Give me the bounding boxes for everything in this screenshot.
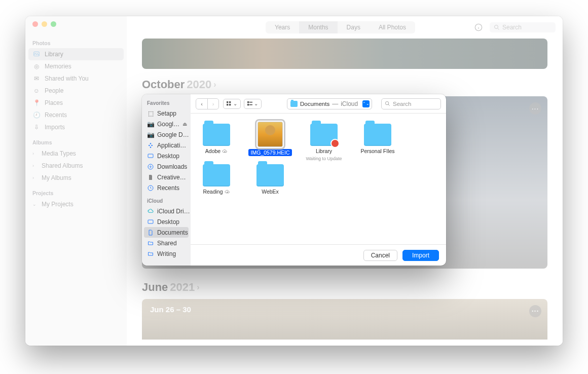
sidebar-item-shared-albums[interactable]: › Shared Albums xyxy=(25,160,127,172)
info-icon[interactable] xyxy=(472,21,485,33)
folder-library[interactable]: Library Waiting to Update xyxy=(303,121,345,161)
month-card[interactable]: Jun 26 – 30 ··· xyxy=(142,299,547,340)
folder-icon xyxy=(147,240,154,247)
finder-section-header: iCloud xyxy=(142,196,191,206)
desktop-icon xyxy=(147,153,154,160)
sidebar-item-my-albums[interactable]: › My Albums xyxy=(25,172,127,184)
svg-rect-14 xyxy=(249,104,252,105)
imports-icon: ⇩ xyxy=(32,123,41,131)
month-year: 2020 xyxy=(187,78,211,91)
finder-item-shared[interactable]: Shared xyxy=(142,238,191,248)
search-icon xyxy=(385,101,390,106)
chevron-right-icon: › xyxy=(32,163,38,168)
finder-search[interactable]: Search xyxy=(381,98,441,109)
minimize-window-button[interactable] xyxy=(42,21,47,27)
apps-icon xyxy=(147,142,154,149)
month-name: October xyxy=(142,78,185,91)
path-dropdown-icon: ⌃⌄ xyxy=(362,100,370,107)
back-button[interactable]: ‹ xyxy=(196,99,207,109)
group-view-button[interactable]: ⌄ xyxy=(244,99,262,109)
sidebar-item-label: Shared Albums xyxy=(42,162,83,169)
finder-item-creative[interactable]: Creative… xyxy=(142,172,191,182)
folder-webex[interactable]: WebEx xyxy=(249,161,291,195)
month-year: 2021 xyxy=(170,281,195,294)
segment-days[interactable]: Days xyxy=(338,21,370,33)
folder-icon xyxy=(203,124,230,146)
finder-item-downloads[interactable]: Downloads xyxy=(142,161,191,172)
finder-item-writing[interactable]: Writing xyxy=(142,248,191,259)
toolbar: Years Months Days All Photos Search xyxy=(127,16,563,39)
sidebar-item-imports[interactable]: ⇩ Imports xyxy=(25,121,127,133)
forward-button[interactable]: › xyxy=(207,99,218,109)
sidebar-item-label: Imports xyxy=(45,124,65,131)
svg-rect-12 xyxy=(249,101,252,102)
finder-item-desktop[interactable]: Desktop xyxy=(142,151,191,161)
sidebar-item-label: Media Types xyxy=(42,150,76,157)
sidebar-section-header: Albums xyxy=(25,137,127,147)
svg-rect-13 xyxy=(247,104,249,105)
folder-icon xyxy=(310,124,338,146)
svg-rect-7 xyxy=(227,101,228,103)
finder-item-google[interactable]: 📷Googl…⏏ xyxy=(142,119,191,129)
folder-icon xyxy=(290,101,298,107)
search-icon xyxy=(494,24,500,30)
chevron-right-icon: › xyxy=(213,80,216,89)
cancel-button[interactable]: Cancel xyxy=(363,250,397,261)
sidebar-item-shared-with-you[interactable]: ✉ Shared with You xyxy=(25,72,127,85)
setapp-icon: ⬚ xyxy=(147,110,154,117)
month-section-june: June 2021 › Jun 26 – 30 ··· xyxy=(127,279,563,340)
folder-personal-files[interactable]: Personal FIles xyxy=(357,121,398,161)
sidebar-item-people[interactable]: ☺ People xyxy=(25,85,127,97)
chevron-right-icon: › xyxy=(32,175,38,180)
finder-item-desktop-icloud[interactable]: Desktop xyxy=(142,216,191,227)
sidebar-section-header: Photos xyxy=(25,38,127,48)
finder-item-documents[interactable]: Documents xyxy=(144,227,189,238)
sidebar-item-library[interactable]: Library xyxy=(28,48,124,60)
path-folder-name: Documents xyxy=(300,101,329,107)
close-window-button[interactable] xyxy=(32,21,38,27)
more-options-button[interactable]: ··· xyxy=(529,305,541,317)
sidebar-item-media-types[interactable]: › Media Types xyxy=(25,147,127,160)
month-header[interactable]: October 2020 › xyxy=(127,76,563,96)
sidebar-item-recents[interactable]: 🕘 Recents xyxy=(25,109,127,121)
segment-months[interactable]: Months xyxy=(299,21,337,33)
path-popup[interactable]: Documents — iCloud ⌃⌄ xyxy=(287,98,372,109)
finder-item-google-drive[interactable]: 📷Google D… xyxy=(142,129,191,140)
icon-view-button[interactable]: ⌄ xyxy=(223,99,241,109)
folder-reading[interactable]: Reading xyxy=(196,161,237,195)
sidebar-item-places[interactable]: 📍 Places xyxy=(25,97,127,109)
finder-item-setapp[interactable]: ⬚Setapp xyxy=(142,108,191,119)
app-sidebar: Photos Library ◎ Memories ✉ Shared with … xyxy=(25,16,127,346)
svg-rect-9 xyxy=(227,104,228,105)
month-header[interactable]: June 2021 › xyxy=(127,279,563,299)
file-img-0579[interactable]: IMG_0579.HEIC xyxy=(249,121,291,161)
view-buttons: ⌄ ⌄ xyxy=(223,99,262,109)
segment-all-photos[interactable]: All Photos xyxy=(370,21,415,33)
doc-icon xyxy=(147,174,154,181)
finder-toolbar: ‹ › ⌄ ⌄ Documents — iCloud ⌃⌄ Search xyxy=(191,94,446,114)
svg-rect-11 xyxy=(247,101,249,103)
eject-icon[interactable]: ⏏ xyxy=(182,121,187,127)
finder-item-applications[interactable]: Applicati… xyxy=(142,140,191,151)
finder-item-recents[interactable]: Recents xyxy=(142,182,191,193)
doc-icon xyxy=(147,229,154,236)
library-icon xyxy=(32,50,41,58)
folder-adobe[interactable]: Adobe xyxy=(196,121,237,161)
sidebar-item-my-projects[interactable]: ⌄ My Projects xyxy=(25,198,127,210)
svg-point-15 xyxy=(385,101,388,104)
segment-years[interactable]: Years xyxy=(266,21,299,33)
sidebar-item-memories[interactable]: ◎ Memories xyxy=(25,60,127,72)
import-button[interactable]: Import xyxy=(402,250,439,261)
fullscreen-window-button[interactable] xyxy=(51,21,56,27)
month-preview-image[interactable] xyxy=(142,39,547,69)
camera-icon: 📷 xyxy=(147,131,154,138)
memories-icon: ◎ xyxy=(32,62,41,70)
toolbar-search[interactable]: Search xyxy=(490,22,556,32)
finder-sidebar: Favorites ⬚Setapp 📷Googl…⏏ 📷Google D… Ap… xyxy=(142,94,191,266)
folder-icon xyxy=(256,164,284,186)
path-location: iCloud xyxy=(341,100,358,107)
more-options-button[interactable]: ··· xyxy=(529,102,541,115)
finder-item-icloud-drive[interactable]: iCloud Dri… xyxy=(142,206,191,216)
import-file-dialog: Favorites ⬚Setapp 📷Googl…⏏ 📷Google D… Ap… xyxy=(142,94,446,266)
finder-footer: Cancel Import xyxy=(191,244,446,266)
